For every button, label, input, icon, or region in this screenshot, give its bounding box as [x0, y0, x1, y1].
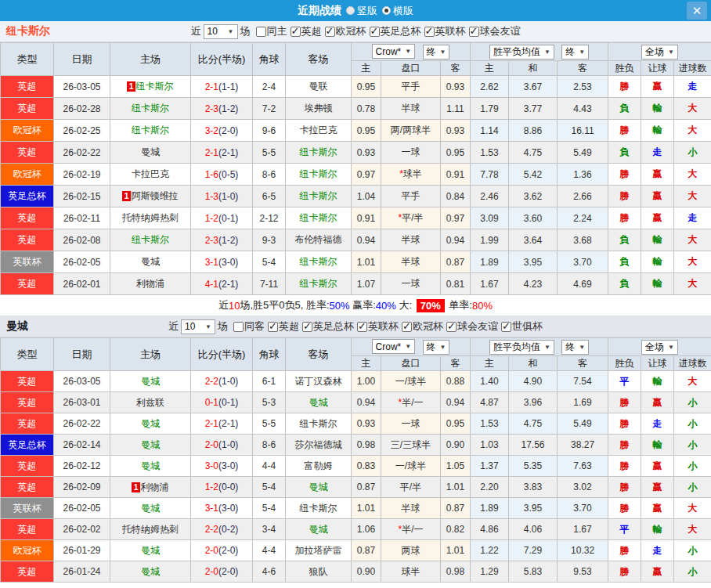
- fulltime-score: 0-1: [205, 397, 218, 408]
- league-filter-checkbox[interactable]: 英联杯: [424, 24, 466, 38]
- halftime-score: (1-0): [218, 191, 238, 202]
- layout-vertical-radio[interactable]: 竖版: [346, 4, 377, 18]
- match-date: 26-02-14: [54, 435, 110, 456]
- home-team-name: 曼城: [141, 146, 160, 157]
- result-handicap: 贏: [641, 76, 674, 98]
- home-team-name: 纽卡斯尔: [132, 103, 169, 114]
- home-team-cell: 利兹联: [110, 392, 191, 413]
- home-team-cell: 1阿斯顿维拉: [110, 186, 191, 207]
- odds-away-win: 1.67: [558, 519, 608, 540]
- result-handicap: 走: [641, 413, 674, 435]
- col-date: 日期: [54, 338, 110, 371]
- sub-lose: 客: [558, 61, 608, 76]
- layout-horizontal-radio[interactable]: 横版: [382, 4, 413, 18]
- checkbox-icon: [256, 27, 266, 37]
- handicap-line: 三/三球半: [381, 435, 441, 456]
- handicap-line: 半球: [381, 498, 441, 519]
- odds-time-select[interactable]: 终▼: [423, 45, 450, 60]
- odds-draw: 3.95: [509, 498, 558, 519]
- fulltime-score: 2-0: [205, 566, 218, 577]
- result-wdl: 勝: [608, 435, 641, 456]
- wdw-time-select[interactable]: 终▼: [561, 340, 589, 355]
- league-filter-checkbox[interactable]: 英超: [291, 24, 322, 38]
- match-date: 26-03-05: [54, 371, 110, 392]
- home-team-name: 卡拉巴克: [132, 168, 169, 179]
- handicap-away-odds: 0.88: [441, 371, 471, 392]
- scope-select[interactable]: 全场▼: [641, 340, 678, 355]
- league-filter-checkbox[interactable]: 世俱杯: [501, 319, 543, 334]
- home-team-cell: 1利物浦: [110, 477, 191, 498]
- filter-label: 同主: [267, 24, 287, 38]
- team2-match-count-select[interactable]: 10 ▼: [181, 319, 215, 334]
- score-cell: 2-1(1-1): [191, 76, 253, 98]
- home-team-name: 曼城: [141, 439, 160, 450]
- handicap-text: 平手: [402, 190, 420, 201]
- checkbox-icon: [469, 27, 479, 37]
- result-wdl: 平: [608, 371, 641, 392]
- home-team-name: 利兹联: [136, 397, 164, 408]
- fulltime-score: 2-1: [205, 147, 218, 158]
- checkbox-icon: [268, 322, 278, 332]
- league-filter-checkbox[interactable]: 英足总杯: [370, 24, 421, 38]
- league-filter-checkbox[interactable]: 球会友谊: [446, 319, 498, 334]
- league-filter-checkbox[interactable]: 英超: [268, 319, 299, 334]
- league-filter-checkbox[interactable]: 同客: [233, 319, 265, 334]
- result-wdl: 平: [608, 519, 641, 540]
- corner-count: 7-11: [253, 273, 286, 295]
- match-date: 26-02-08: [54, 229, 110, 251]
- odds-home-win: 4.87: [471, 392, 509, 413]
- handicap-line: 半球: [381, 251, 441, 273]
- league-filter-checkbox[interactable]: 英足总杯: [302, 319, 354, 334]
- sub-win: 主: [471, 356, 509, 371]
- league-filter-checkbox[interactable]: 英联杯: [357, 319, 399, 334]
- league-badge: 英超: [1, 392, 54, 413]
- league-filter-checkbox[interactable]: 球会友谊: [469, 24, 521, 38]
- odds-home-win: 2.20: [471, 477, 509, 498]
- handicap-away-odds: 1.01: [441, 477, 471, 498]
- handicap-line: 两球: [381, 540, 441, 561]
- scope-select[interactable]: 全场▼: [641, 45, 678, 60]
- team1-match-count-select[interactable]: 10 ▼: [204, 24, 238, 39]
- odds-draw: 3.95: [509, 251, 558, 273]
- odds-company-select[interactable]: Crow*▼: [372, 44, 416, 59]
- checkbox-icon: [424, 27, 435, 37]
- odds-away-win: 38.27: [558, 435, 608, 456]
- result-handicap: 輸: [641, 251, 674, 273]
- odds-home-win: 1.40: [471, 371, 509, 392]
- wdw-time-select[interactable]: 终▼: [561, 45, 589, 60]
- halftime-score: (3-0): [218, 503, 238, 514]
- home-team-name: 阿斯顿维拉: [132, 190, 179, 201]
- result-handicap: 贏: [641, 186, 674, 207]
- filter-label: 英联杯: [435, 24, 466, 38]
- odds-time-select[interactable]: 终▼: [423, 340, 450, 355]
- league-filter-checkbox[interactable]: 欧冠杯: [325, 24, 366, 38]
- team1-league-filters: 同主 英超 欧冠杯 英足总杯: [253, 24, 521, 38]
- match-row: 英超 26-02-09 1利物浦 1-2(0-0) 5-4 曼城 0.87 平/…: [1, 477, 711, 498]
- result-handicap: 輸: [641, 120, 674, 142]
- league-filter-checkbox[interactable]: 同主: [256, 24, 287, 38]
- handicap-line: 平手: [381, 76, 441, 98]
- summary-part: 赢率:: [350, 298, 376, 312]
- score-cell: 3-0(3-0): [191, 456, 253, 477]
- away-team-cell: 曼联: [286, 76, 352, 98]
- result-handicap: 贏: [641, 498, 674, 519]
- close-button[interactable]: ✕: [687, 2, 707, 20]
- match-row: 英超 26-01-24 曼城 2-0(2-0) 4-6 狼队 0.90 球半 0…: [1, 561, 711, 583]
- sub-wdl: 胜负: [608, 61, 641, 76]
- odds-home-win: 3.09: [471, 207, 509, 229]
- wdw-average-select[interactable]: 胜平负均值▼: [489, 45, 554, 60]
- filter-label: 欧冠杯: [336, 24, 366, 38]
- checkbox-icon: [446, 322, 457, 332]
- odds-company-select[interactable]: Crow*▼: [372, 339, 416, 354]
- col-away: 客场: [286, 338, 352, 371]
- match-date: 26-02-28: [54, 98, 110, 120]
- odds-draw: 4.06: [509, 519, 558, 540]
- sub-draw: 和: [509, 61, 558, 76]
- match-row: 欧冠杯 26-02-19 卡拉巴克 1-6(0-5) 8-6 纽卡斯尔 0.97…: [1, 164, 711, 186]
- filter-label: 英足总杯: [381, 24, 421, 38]
- away-team-name: 莎尔福德城: [295, 439, 342, 450]
- sub-wdl: 胜负: [608, 356, 641, 371]
- wdw-average-select[interactable]: 胜平负均值▼: [489, 340, 554, 355]
- league-filter-checkbox[interactable]: 欧冠杯: [402, 319, 443, 334]
- handicap-line: 平/半: [381, 477, 441, 498]
